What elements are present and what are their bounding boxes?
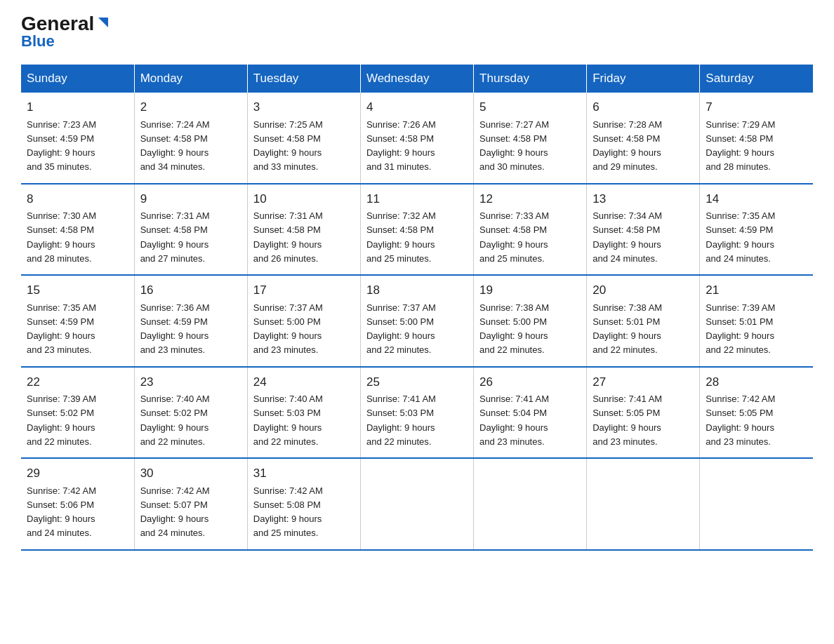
day-number: 13 bbox=[593, 190, 694, 208]
calendar-cell: 3Sunrise: 7:25 AMSunset: 4:58 PMDaylight… bbox=[247, 93, 360, 184]
day-info: Sunrise: 7:37 AMSunset: 5:00 PMDaylight:… bbox=[366, 302, 436, 356]
week-row-3: 15Sunrise: 7:35 AMSunset: 4:59 PMDayligh… bbox=[21, 275, 813, 367]
calendar-cell: 6Sunrise: 7:28 AMSunset: 4:58 PMDaylight… bbox=[587, 93, 700, 184]
calendar-cell: 31Sunrise: 7:42 AMSunset: 5:08 PMDayligh… bbox=[247, 458, 360, 550]
header-wednesday: Wednesday bbox=[360, 65, 473, 93]
header-monday: Monday bbox=[134, 65, 247, 93]
calendar-cell: 16Sunrise: 7:36 AMSunset: 4:59 PMDayligh… bbox=[134, 275, 247, 367]
svg-marker-0 bbox=[98, 18, 108, 27]
day-info: Sunrise: 7:41 AMSunset: 5:05 PMDaylight:… bbox=[593, 394, 662, 447]
calendar-cell: 18Sunrise: 7:37 AMSunset: 5:00 PMDayligh… bbox=[360, 275, 473, 367]
calendar-cell: 30Sunrise: 7:42 AMSunset: 5:07 PMDayligh… bbox=[134, 458, 247, 550]
day-info: Sunrise: 7:31 AMSunset: 4:58 PMDaylight:… bbox=[253, 210, 323, 264]
day-number: 28 bbox=[706, 373, 807, 391]
day-info: Sunrise: 7:42 AMSunset: 5:07 PMDaylight:… bbox=[140, 485, 210, 539]
day-number: 11 bbox=[366, 190, 468, 208]
day-info: Sunrise: 7:24 AMSunset: 4:58 PMDaylight:… bbox=[140, 119, 210, 173]
day-info: Sunrise: 7:26 AMSunset: 4:58 PMDaylight:… bbox=[366, 119, 436, 173]
day-number: 22 bbox=[27, 373, 128, 391]
calendar-cell: 22Sunrise: 7:39 AMSunset: 5:02 PMDayligh… bbox=[21, 367, 134, 459]
calendar-cell: 5Sunrise: 7:27 AMSunset: 4:58 PMDaylight… bbox=[474, 93, 587, 184]
logo-general: General bbox=[21, 14, 94, 34]
calendar-cell: 29Sunrise: 7:42 AMSunset: 5:06 PMDayligh… bbox=[21, 458, 134, 550]
day-info: Sunrise: 7:39 AMSunset: 5:02 PMDaylight:… bbox=[27, 394, 96, 447]
header-tuesday: Tuesday bbox=[247, 65, 360, 93]
week-row-1: 1Sunrise: 7:23 AMSunset: 4:59 PMDaylight… bbox=[21, 93, 813, 184]
calendar-cell: 21Sunrise: 7:39 AMSunset: 5:01 PMDayligh… bbox=[700, 275, 813, 367]
day-number: 1 bbox=[27, 98, 128, 116]
logo-triangle-icon bbox=[95, 15, 111, 30]
page-header: General Blue bbox=[21, 14, 813, 51]
logo: General Blue bbox=[21, 14, 111, 51]
day-number: 31 bbox=[253, 464, 355, 483]
calendar-cell: 19Sunrise: 7:38 AMSunset: 5:00 PMDayligh… bbox=[474, 275, 587, 367]
calendar-table: SundayMondayTuesdayWednesdayThursdayFrid… bbox=[21, 65, 813, 551]
calendar-cell: 25Sunrise: 7:41 AMSunset: 5:03 PMDayligh… bbox=[360, 367, 473, 459]
calendar-cell bbox=[587, 458, 700, 550]
day-info: Sunrise: 7:28 AMSunset: 4:58 PMDaylight:… bbox=[593, 119, 662, 173]
day-info: Sunrise: 7:35 AMSunset: 4:59 PMDaylight:… bbox=[27, 302, 96, 356]
day-info: Sunrise: 7:25 AMSunset: 4:58 PMDaylight:… bbox=[253, 119, 323, 173]
day-number: 3 bbox=[253, 98, 355, 116]
week-row-4: 22Sunrise: 7:39 AMSunset: 5:02 PMDayligh… bbox=[21, 367, 813, 459]
day-number: 29 bbox=[27, 464, 128, 483]
day-number: 8 bbox=[27, 190, 128, 208]
calendar-cell: 7Sunrise: 7:29 AMSunset: 4:58 PMDaylight… bbox=[700, 93, 813, 184]
day-number: 21 bbox=[706, 281, 807, 300]
day-number: 7 bbox=[706, 98, 807, 116]
day-info: Sunrise: 7:36 AMSunset: 4:59 PMDaylight:… bbox=[140, 302, 210, 356]
day-number: 25 bbox=[366, 373, 468, 391]
day-info: Sunrise: 7:35 AMSunset: 4:59 PMDaylight:… bbox=[706, 210, 775, 264]
day-info: Sunrise: 7:39 AMSunset: 5:01 PMDaylight:… bbox=[706, 302, 775, 356]
calendar-cell bbox=[474, 458, 587, 550]
calendar-cell: 26Sunrise: 7:41 AMSunset: 5:04 PMDayligh… bbox=[474, 367, 587, 459]
day-info: Sunrise: 7:37 AMSunset: 5:00 PMDaylight:… bbox=[253, 302, 323, 356]
header-sunday: Sunday bbox=[21, 65, 134, 93]
calendar-cell: 23Sunrise: 7:40 AMSunset: 5:02 PMDayligh… bbox=[134, 367, 247, 459]
day-number: 16 bbox=[140, 281, 241, 300]
calendar-cell bbox=[700, 458, 813, 550]
day-info: Sunrise: 7:33 AMSunset: 4:58 PMDaylight:… bbox=[479, 210, 549, 264]
logo-blue: Blue bbox=[21, 32, 55, 51]
day-number: 5 bbox=[479, 98, 581, 116]
header-thursday: Thursday bbox=[474, 65, 587, 93]
day-number: 12 bbox=[479, 190, 581, 208]
header-saturday: Saturday bbox=[700, 65, 813, 93]
day-info: Sunrise: 7:40 AMSunset: 5:02 PMDaylight:… bbox=[140, 394, 210, 447]
day-number: 26 bbox=[479, 373, 581, 391]
calendar-cell: 27Sunrise: 7:41 AMSunset: 5:05 PMDayligh… bbox=[587, 367, 700, 459]
header-row: SundayMondayTuesdayWednesdayThursdayFrid… bbox=[21, 65, 813, 93]
day-info: Sunrise: 7:42 AMSunset: 5:06 PMDaylight:… bbox=[27, 485, 96, 539]
day-info: Sunrise: 7:27 AMSunset: 4:58 PMDaylight:… bbox=[479, 119, 549, 173]
calendar-cell: 13Sunrise: 7:34 AMSunset: 4:58 PMDayligh… bbox=[587, 184, 700, 276]
day-info: Sunrise: 7:29 AMSunset: 4:58 PMDaylight:… bbox=[706, 119, 775, 173]
day-number: 18 bbox=[366, 281, 468, 300]
calendar-cell: 8Sunrise: 7:30 AMSunset: 4:58 PMDaylight… bbox=[21, 184, 134, 276]
day-info: Sunrise: 7:40 AMSunset: 5:03 PMDaylight:… bbox=[253, 394, 323, 447]
day-info: Sunrise: 7:42 AMSunset: 5:08 PMDaylight:… bbox=[253, 485, 323, 539]
day-number: 9 bbox=[140, 190, 241, 208]
header-friday: Friday bbox=[587, 65, 700, 93]
day-number: 14 bbox=[706, 190, 807, 208]
day-number: 6 bbox=[593, 98, 694, 116]
calendar-cell: 9Sunrise: 7:31 AMSunset: 4:58 PMDaylight… bbox=[134, 184, 247, 276]
calendar-cell: 10Sunrise: 7:31 AMSunset: 4:58 PMDayligh… bbox=[247, 184, 360, 276]
day-info: Sunrise: 7:38 AMSunset: 5:01 PMDaylight:… bbox=[593, 302, 662, 356]
day-info: Sunrise: 7:32 AMSunset: 4:58 PMDaylight:… bbox=[366, 210, 436, 264]
day-number: 4 bbox=[366, 98, 468, 116]
calendar-cell: 20Sunrise: 7:38 AMSunset: 5:01 PMDayligh… bbox=[587, 275, 700, 367]
calendar-cell: 17Sunrise: 7:37 AMSunset: 5:00 PMDayligh… bbox=[247, 275, 360, 367]
day-info: Sunrise: 7:34 AMSunset: 4:58 PMDaylight:… bbox=[593, 210, 662, 264]
calendar-cell bbox=[360, 458, 473, 550]
day-number: 17 bbox=[253, 281, 355, 300]
calendar-cell: 4Sunrise: 7:26 AMSunset: 4:58 PMDaylight… bbox=[360, 93, 473, 184]
week-row-5: 29Sunrise: 7:42 AMSunset: 5:06 PMDayligh… bbox=[21, 458, 813, 550]
day-info: Sunrise: 7:41 AMSunset: 5:04 PMDaylight:… bbox=[479, 394, 549, 447]
calendar-cell: 12Sunrise: 7:33 AMSunset: 4:58 PMDayligh… bbox=[474, 184, 587, 276]
calendar-cell: 14Sunrise: 7:35 AMSunset: 4:59 PMDayligh… bbox=[700, 184, 813, 276]
day-info: Sunrise: 7:42 AMSunset: 5:05 PMDaylight:… bbox=[706, 394, 775, 447]
day-info: Sunrise: 7:30 AMSunset: 4:58 PMDaylight:… bbox=[27, 210, 96, 264]
week-row-2: 8Sunrise: 7:30 AMSunset: 4:58 PMDaylight… bbox=[21, 184, 813, 276]
calendar-cell: 15Sunrise: 7:35 AMSunset: 4:59 PMDayligh… bbox=[21, 275, 134, 367]
day-number: 20 bbox=[593, 281, 694, 300]
